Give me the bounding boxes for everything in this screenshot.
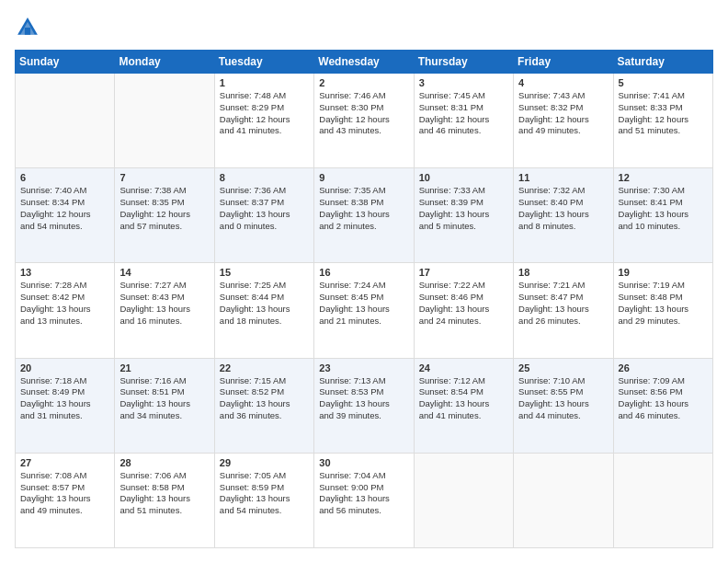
- calendar-cell: 2Sunrise: 7:46 AM Sunset: 8:30 PM Daylig…: [314, 74, 414, 168]
- day-details: Sunrise: 7:38 AM Sunset: 8:35 PM Dayligh…: [119, 185, 209, 232]
- day-number: 30: [319, 457, 408, 468]
- day-number: 9: [319, 172, 408, 183]
- day-number: 3: [419, 77, 508, 88]
- calendar-cell: 28Sunrise: 7:06 AM Sunset: 8:58 PM Dayli…: [115, 453, 214, 547]
- day-number: 14: [119, 267, 209, 278]
- header: [15, 15, 713, 40]
- weekday-header: Tuesday: [214, 51, 313, 74]
- day-number: 28: [119, 457, 209, 468]
- day-number: 7: [119, 172, 209, 183]
- calendar-cell: 12Sunrise: 7:30 AM Sunset: 8:41 PM Dayli…: [613, 168, 712, 263]
- day-number: 10: [419, 172, 508, 183]
- day-number: 2: [319, 77, 408, 88]
- day-details: Sunrise: 7:36 AM Sunset: 8:37 PM Dayligh…: [220, 185, 309, 232]
- calendar-cell: 7Sunrise: 7:38 AM Sunset: 8:35 PM Daylig…: [115, 168, 214, 263]
- calendar-cell: 17Sunrise: 7:22 AM Sunset: 8:46 PM Dayli…: [414, 263, 513, 358]
- day-number: 15: [220, 267, 309, 278]
- calendar-cell: [414, 453, 513, 547]
- day-details: Sunrise: 7:43 AM Sunset: 8:32 PM Dayligh…: [518, 90, 608, 137]
- day-number: 20: [20, 362, 109, 373]
- day-details: Sunrise: 7:45 AM Sunset: 8:31 PM Dayligh…: [419, 90, 508, 137]
- day-number: 16: [319, 267, 408, 278]
- day-number: 24: [419, 362, 508, 373]
- day-details: Sunrise: 7:18 AM Sunset: 8:49 PM Dayligh…: [20, 375, 109, 422]
- day-number: 18: [518, 267, 608, 278]
- day-details: Sunrise: 7:24 AM Sunset: 8:45 PM Dayligh…: [319, 280, 408, 327]
- calendar-cell: 11Sunrise: 7:32 AM Sunset: 8:40 PM Dayli…: [514, 168, 613, 263]
- day-number: 6: [20, 172, 109, 183]
- calendar-table: SundayMondayTuesdayWednesdayThursdayFrid…: [15, 50, 713, 548]
- day-number: 8: [220, 172, 309, 183]
- day-details: Sunrise: 7:25 AM Sunset: 8:44 PM Dayligh…: [220, 280, 309, 327]
- day-details: Sunrise: 7:09 AM Sunset: 8:56 PM Dayligh…: [619, 375, 708, 422]
- calendar-cell: [16, 74, 115, 168]
- day-details: Sunrise: 7:40 AM Sunset: 8:34 PM Dayligh…: [20, 185, 109, 232]
- calendar-week-row: 6Sunrise: 7:40 AM Sunset: 8:34 PM Daylig…: [16, 168, 713, 263]
- svg-rect-2: [25, 28, 30, 35]
- weekday-header: Thursday: [414, 51, 513, 74]
- day-number: 1: [220, 77, 309, 88]
- calendar-cell: 18Sunrise: 7:21 AM Sunset: 8:47 PM Dayli…: [514, 263, 613, 358]
- calendar-cell: 19Sunrise: 7:19 AM Sunset: 8:48 PM Dayli…: [613, 263, 712, 358]
- calendar-week-row: 13Sunrise: 7:28 AM Sunset: 8:42 PM Dayli…: [16, 263, 713, 358]
- calendar-cell: 10Sunrise: 7:33 AM Sunset: 8:39 PM Dayli…: [414, 168, 513, 263]
- day-number: 23: [319, 362, 408, 373]
- day-details: Sunrise: 7:33 AM Sunset: 8:39 PM Dayligh…: [419, 185, 508, 232]
- calendar-cell: 30Sunrise: 7:04 AM Sunset: 9:00 PM Dayli…: [314, 453, 414, 547]
- day-details: Sunrise: 7:10 AM Sunset: 8:55 PM Dayligh…: [518, 375, 608, 422]
- day-number: 22: [220, 362, 309, 373]
- day-details: Sunrise: 7:13 AM Sunset: 8:53 PM Dayligh…: [319, 375, 408, 422]
- day-details: Sunrise: 7:35 AM Sunset: 8:38 PM Dayligh…: [319, 185, 408, 232]
- calendar-cell: 9Sunrise: 7:35 AM Sunset: 8:38 PM Daylig…: [314, 168, 414, 263]
- day-details: Sunrise: 7:05 AM Sunset: 8:59 PM Dayligh…: [220, 470, 309, 517]
- day-details: Sunrise: 7:27 AM Sunset: 8:43 PM Dayligh…: [119, 280, 209, 327]
- day-details: Sunrise: 7:28 AM Sunset: 8:42 PM Dayligh…: [20, 280, 109, 327]
- day-details: Sunrise: 7:30 AM Sunset: 8:41 PM Dayligh…: [619, 185, 708, 232]
- calendar-cell: 1Sunrise: 7:48 AM Sunset: 8:29 PM Daylig…: [214, 74, 313, 168]
- calendar-week-row: 1Sunrise: 7:48 AM Sunset: 8:29 PM Daylig…: [16, 74, 713, 168]
- calendar-cell: 23Sunrise: 7:13 AM Sunset: 8:53 PM Dayli…: [314, 358, 414, 453]
- day-details: Sunrise: 7:48 AM Sunset: 8:29 PM Dayligh…: [220, 90, 309, 137]
- day-number: 27: [20, 457, 109, 468]
- day-number: 21: [119, 362, 209, 373]
- calendar-cell: 25Sunrise: 7:10 AM Sunset: 8:55 PM Dayli…: [514, 358, 613, 453]
- weekday-header: Friday: [514, 51, 613, 74]
- calendar-cell: 29Sunrise: 7:05 AM Sunset: 8:59 PM Dayli…: [214, 453, 313, 547]
- day-details: Sunrise: 7:41 AM Sunset: 8:33 PM Dayligh…: [619, 90, 708, 137]
- day-number: 26: [619, 362, 708, 373]
- calendar-week-row: 27Sunrise: 7:08 AM Sunset: 8:57 PM Dayli…: [16, 453, 713, 547]
- day-details: Sunrise: 7:19 AM Sunset: 8:48 PM Dayligh…: [619, 280, 708, 327]
- calendar-cell: 8Sunrise: 7:36 AM Sunset: 8:37 PM Daylig…: [214, 168, 313, 263]
- calendar-cell: 24Sunrise: 7:12 AM Sunset: 8:54 PM Dayli…: [414, 358, 513, 453]
- day-number: 25: [518, 362, 608, 373]
- calendar-cell: 16Sunrise: 7:24 AM Sunset: 8:45 PM Dayli…: [314, 263, 414, 358]
- calendar-cell: 22Sunrise: 7:15 AM Sunset: 8:52 PM Dayli…: [214, 358, 313, 453]
- day-number: 17: [419, 267, 508, 278]
- weekday-header: Wednesday: [314, 51, 414, 74]
- weekday-header-row: SundayMondayTuesdayWednesdayThursdayFrid…: [16, 51, 713, 74]
- calendar-cell: 5Sunrise: 7:41 AM Sunset: 8:33 PM Daylig…: [613, 74, 712, 168]
- calendar-cell: [514, 453, 613, 547]
- day-details: Sunrise: 7:16 AM Sunset: 8:51 PM Dayligh…: [119, 375, 209, 422]
- calendar-cell: 21Sunrise: 7:16 AM Sunset: 8:51 PM Dayli…: [115, 358, 214, 453]
- day-details: Sunrise: 7:15 AM Sunset: 8:52 PM Dayligh…: [220, 375, 309, 422]
- weekday-header: Sunday: [16, 51, 115, 74]
- day-details: Sunrise: 7:04 AM Sunset: 9:00 PM Dayligh…: [319, 470, 408, 517]
- calendar-cell: [613, 453, 712, 547]
- calendar-cell: 15Sunrise: 7:25 AM Sunset: 8:44 PM Dayli…: [214, 263, 313, 358]
- day-details: Sunrise: 7:22 AM Sunset: 8:46 PM Dayligh…: [419, 280, 508, 327]
- day-details: Sunrise: 7:21 AM Sunset: 8:47 PM Dayligh…: [518, 280, 608, 327]
- calendar-cell: 4Sunrise: 7:43 AM Sunset: 8:32 PM Daylig…: [514, 74, 613, 168]
- day-details: Sunrise: 7:08 AM Sunset: 8:57 PM Dayligh…: [20, 470, 109, 517]
- day-number: 12: [619, 172, 708, 183]
- day-details: Sunrise: 7:32 AM Sunset: 8:40 PM Dayligh…: [518, 185, 608, 232]
- calendar-cell: 6Sunrise: 7:40 AM Sunset: 8:34 PM Daylig…: [16, 168, 115, 263]
- logo-icon: [15, 15, 40, 40]
- day-number: 29: [220, 457, 309, 468]
- calendar-cell: [115, 74, 214, 168]
- calendar-cell: 20Sunrise: 7:18 AM Sunset: 8:49 PM Dayli…: [16, 358, 115, 453]
- weekday-header: Monday: [115, 51, 214, 74]
- day-number: 11: [518, 172, 608, 183]
- day-details: Sunrise: 7:12 AM Sunset: 8:54 PM Dayligh…: [419, 375, 508, 422]
- day-details: Sunrise: 7:06 AM Sunset: 8:58 PM Dayligh…: [119, 470, 209, 517]
